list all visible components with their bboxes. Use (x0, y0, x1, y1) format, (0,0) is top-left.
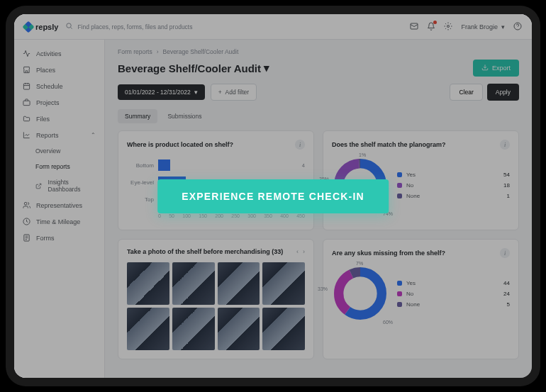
legend-row: Yes 44 (397, 278, 510, 289)
legend-dot-icon (397, 172, 402, 177)
donut-chart: 7% 33% 60% (332, 265, 389, 322)
notifications-icon[interactable] (427, 22, 435, 32)
bar-axis: 0 50 100 150 200 250 300 350 400 450 (127, 213, 305, 218)
sidebar-item-forms[interactable]: Forms (14, 230, 104, 246)
photo-thumbnail[interactable] (218, 308, 260, 350)
card-title: Take a photo of the shelf before merchan… (127, 248, 283, 255)
plus-icon: + (218, 89, 222, 96)
topbar: repsly Find places, reps, forms, files a… (14, 14, 532, 40)
breadcrumb-parent[interactable]: Form reports (118, 48, 152, 55)
axis-tick: 100 (182, 213, 191, 218)
legend-name: None (406, 193, 503, 199)
card-title: Where is product located on shelf? (127, 141, 233, 148)
svg-rect-4 (23, 84, 29, 89)
photo-thumbnail[interactable] (262, 308, 305, 350)
card-donut-skus: Are any skus missing from the shelf? i (323, 239, 519, 359)
download-icon (481, 64, 489, 72)
briefcase-icon (23, 99, 30, 106)
info-icon[interactable]: i (295, 140, 305, 150)
mail-icon[interactable] (410, 22, 418, 32)
breadcrumb: Form reports › Beverage Shelf/Cooler Aud… (118, 48, 519, 55)
bar-row: Bottom 4 (127, 159, 305, 171)
caret-down-icon: ▾ (264, 62, 269, 74)
user-menu[interactable]: Frank Brogie ▾ (461, 23, 505, 30)
sidebar-item-overview[interactable]: Overview (14, 143, 104, 159)
apply-button[interactable]: Apply (487, 84, 519, 101)
legend-dot-icon (397, 302, 402, 307)
chevron-left-icon[interactable]: ‹ (296, 248, 299, 255)
photo-thumbnail[interactable] (218, 262, 260, 305)
card-title: Are any skus missing from the shelf? (332, 250, 445, 257)
photo-grid (127, 262, 305, 350)
clock-icon (23, 218, 30, 225)
info-icon[interactable]: i (500, 248, 510, 258)
photo-thumbnail[interactable] (127, 308, 169, 350)
users-icon (23, 201, 30, 209)
calendar-icon (23, 82, 30, 90)
axis-tick: 50 (169, 213, 174, 218)
chevron-up-icon: ⌃ (91, 132, 96, 138)
card-title: Does the shelf match the planogram? (332, 141, 446, 148)
global-search[interactable]: Find places, reps, forms, files and prod… (65, 22, 403, 31)
logo-mark-icon (23, 21, 35, 33)
bar-label: Top (127, 196, 154, 203)
legend-value: 18 (503, 182, 510, 189)
sidebar-item-insights[interactable]: Insights Dashboards (14, 174, 104, 197)
legend: Yes 44 No 24 None (397, 278, 510, 310)
sidebar-item-label: Files (36, 116, 50, 123)
notification-dot-icon (433, 21, 437, 24)
clear-button[interactable]: Clear (450, 84, 482, 101)
legend-dot-icon (397, 291, 402, 296)
brand-logo[interactable]: repsly (24, 23, 58, 31)
export-button[interactable]: Export (473, 60, 519, 77)
tabs: Summary Submissions (118, 109, 519, 123)
store-icon (23, 66, 30, 74)
sidebar-item-form-reports[interactable]: Form reports (14, 159, 104, 174)
photo-thumbnail[interactable] (262, 262, 305, 305)
axis-tick: 200 (215, 213, 223, 218)
photo-thumbnail[interactable] (127, 262, 169, 305)
search-icon (65, 22, 73, 31)
svg-rect-5 (23, 101, 30, 105)
sidebar-item-schedule[interactable]: Schedule (14, 78, 104, 94)
search-placeholder: Find places, reps, forms, files and prod… (77, 23, 192, 30)
sidebar-item-activities[interactable]: Activities (14, 45, 104, 62)
photo-thumbnail[interactable] (172, 262, 215, 305)
sidebar-item-label: Activities (36, 50, 62, 57)
chevron-right-icon[interactable]: › (303, 248, 305, 255)
sidebar-item-label: Forms (36, 235, 55, 242)
sidebar-item-projects[interactable]: Projects (14, 94, 104, 111)
legend: Yes 54 No 18 None (397, 169, 510, 201)
svg-point-2 (447, 25, 450, 27)
form-icon (23, 234, 30, 242)
cta-button[interactable]: EXPERIENCE REMOTE CHECK-IN (157, 179, 389, 213)
filter-row: 01/01/2022 - 12/31/2022 ▾ + Add filter C… (118, 84, 519, 101)
sidebar-item-files[interactable]: Files (14, 111, 104, 127)
help-icon[interactable] (513, 22, 522, 32)
tab-submissions[interactable]: Submissions (160, 109, 208, 123)
sidebar-item-label: Places (36, 67, 55, 74)
legend-name: None (406, 301, 503, 308)
sidebar-item-places[interactable]: Places (14, 62, 104, 78)
sidebar-item-time-mileage[interactable]: Time & Mileage (14, 213, 104, 230)
info-icon[interactable]: i (500, 140, 510, 150)
photo-thumbnail[interactable] (172, 308, 215, 350)
pct-label: 60% (383, 320, 393, 325)
legend-row: None 5 (397, 299, 510, 310)
settings-icon[interactable] (444, 22, 452, 32)
sidebar-item-label: Schedule (36, 83, 63, 90)
tab-summary[interactable]: Summary (118, 109, 157, 123)
date-range-filter[interactable]: 01/01/2022 - 12/31/2022 ▾ (118, 84, 205, 100)
sidebar-item-reports[interactable]: Reports ⌃ (14, 127, 104, 143)
add-filter-button[interactable]: + Add filter (211, 84, 257, 101)
sidebar-item-representatives[interactable]: Representatives (14, 197, 104, 213)
breadcrumb-current: Beverage Shelf/Cooler Audit (163, 48, 239, 55)
legend-dot-icon (397, 281, 402, 286)
axis-tick: 0 (158, 213, 161, 218)
svg-point-6 (24, 202, 27, 205)
axis-tick: 350 (264, 213, 272, 218)
axis-tick: 150 (199, 213, 207, 218)
card-photos: Take a photo of the shelf before merchan… (118, 239, 314, 359)
legend-value: 24 (503, 291, 510, 297)
page-title[interactable]: Beverage Shelf/Cooler Audit ▾ (118, 62, 269, 74)
